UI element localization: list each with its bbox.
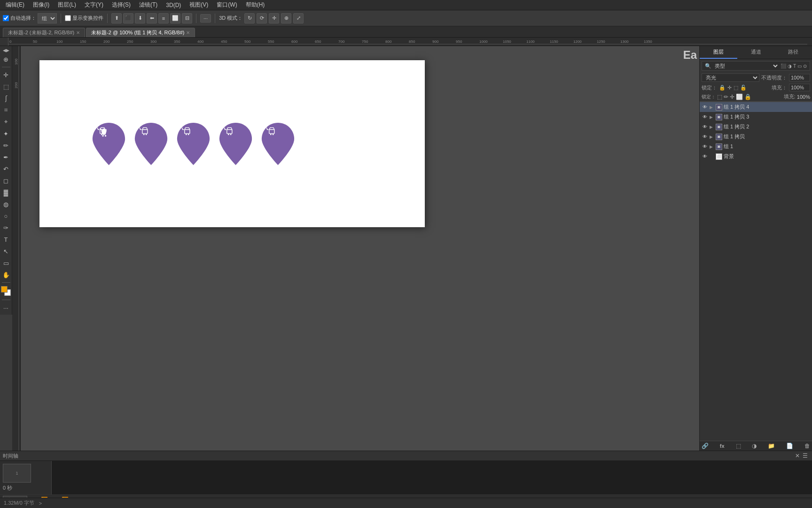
tool-heal[interactable]: ✦: [1, 128, 11, 139]
timeline-close-btn[interactable]: ✕: [794, 452, 801, 460]
layer-item-copy1[interactable]: 👁 ▶ ▣ 组 1 拷贝: [700, 132, 812, 142]
new-group-btn[interactable]: 📁: [768, 443, 775, 449]
filter-adjust-icon[interactable]: ◑: [788, 64, 792, 69]
filter-shape-icon[interactable]: ▭: [797, 64, 802, 69]
layer-item-copy4[interactable]: 👁 ▶ ▣ 组 1 拷贝 4: [700, 102, 812, 112]
show-transform-checkbox[interactable]: [65, 15, 71, 21]
status-arrow[interactable]: >: [39, 500, 42, 506]
add-mask-btn[interactable]: ⬚: [736, 443, 741, 449]
adjustment-btn[interactable]: ◑: [752, 443, 757, 449]
lock-artboard-icon[interactable]: ⬚: [734, 85, 738, 91]
lock-all-icon[interactable]: 🔓: [740, 85, 747, 91]
panel-tab-paths[interactable]: 路径: [774, 46, 812, 59]
auto-select-checkbox[interactable]: [3, 15, 9, 21]
delete-layer-btn[interactable]: 🗑: [804, 443, 810, 449]
layer-type-filter[interactable]: 类型: [713, 63, 779, 69]
tab-2-close[interactable]: ✕: [186, 30, 190, 35]
3d-roll-btn[interactable]: ⟳: [257, 13, 267, 24]
menu-select[interactable]: 选择(S): [108, 0, 134, 10]
lock-artboard-btn[interactable]: ⬜: [736, 94, 743, 100]
tool-stamp[interactable]: ✒: [1, 152, 11, 162]
lock-all-btn[interactable]: 🔒: [744, 94, 751, 100]
tab-2[interactable]: 未标题-2 @ 100% (组 1 拷贝 4, RGB/8#) ✕: [86, 28, 195, 37]
distribute-h-btn[interactable]: ⊟: [182, 13, 192, 24]
map-pin-4[interactable]: [218, 123, 253, 165]
menu-view[interactable]: 视图(V): [186, 0, 212, 10]
menu-help[interactable]: 帮助(H): [242, 0, 269, 10]
tab-1-close[interactable]: ✕: [76, 30, 80, 35]
tool-dodge[interactable]: ○: [1, 211, 11, 221]
map-pin-2[interactable]: [133, 123, 169, 165]
filter-smartobj-icon[interactable]: ⊙: [803, 64, 807, 69]
menu-filter[interactable]: 滤镜(T): [135, 0, 161, 10]
auto-select-dropdown[interactable]: 组: [38, 13, 57, 24]
layer-item-copy2[interactable]: 👁 ▶ ▣ 组 1 拷贝 2: [700, 122, 812, 132]
canvas-area[interactable]: Ea: [21, 46, 699, 451]
foreground-color[interactable]: [1, 286, 8, 293]
filter-text-icon[interactable]: T: [793, 64, 796, 69]
tool-eyedropper[interactable]: ⌖: [1, 117, 11, 127]
more-options-btn[interactable]: ···: [200, 14, 211, 23]
arrow-3[interactable]: ▶: [710, 115, 714, 119]
tool-brush[interactable]: ✏: [1, 140, 11, 151]
align-right-btn[interactable]: ⬜: [170, 13, 180, 24]
distribute-btn[interactable]: ≡: [158, 13, 169, 24]
panel-collapse-btn[interactable]: ◀▶: [3, 48, 9, 53]
3d-pan-btn[interactable]: ✛: [269, 13, 279, 24]
eye-icon-2[interactable]: 👁: [702, 124, 708, 130]
layer-item-bg[interactable]: 👁 ▶ ⬜ 背景: [700, 151, 812, 161]
blend-mode-select[interactable]: 亮光: [702, 73, 759, 82]
eye-icon-1[interactable]: 👁: [702, 134, 708, 140]
layer-item-copy3[interactable]: 👁 ▶ ▣ 组 1 拷贝 3: [700, 112, 812, 122]
color-swatches[interactable]: [1, 286, 11, 296]
3d-scale-btn[interactable]: ⤢: [293, 13, 304, 24]
tool-path-select[interactable]: ↖: [1, 246, 11, 256]
map-pin-1[interactable]: [91, 123, 126, 165]
timeline-menu-btn[interactable]: ☰: [801, 452, 809, 460]
panel-tab-channels[interactable]: 通道: [737, 46, 775, 59]
tool-shape[interactable]: ▭: [1, 258, 11, 268]
fill-value[interactable]: 100%: [797, 94, 810, 100]
tool-gradient[interactable]: ▓: [1, 187, 11, 198]
menu-edit[interactable]: 编辑(E): [2, 0, 28, 10]
lock-move-icon[interactable]: ✛: [727, 85, 732, 91]
tool-blur[interactable]: ◍: [1, 199, 11, 209]
arrow-g1[interactable]: ▶: [710, 144, 714, 149]
arrow-1[interactable]: ▶: [710, 135, 714, 139]
align-top-btn[interactable]: ⬆: [111, 13, 122, 24]
link-layers-btn[interactable]: 🔗: [702, 443, 709, 449]
eye-icon-3[interactable]: 👁: [702, 114, 708, 120]
menu-layers[interactable]: 图层(L): [54, 0, 80, 10]
tool-history-brush[interactable]: ↶: [1, 164, 11, 174]
tool-pen[interactable]: ✑: [1, 222, 11, 233]
fill-input[interactable]: [789, 84, 810, 91]
menu-3d[interactable]: 3D(D): [162, 1, 185, 9]
lock-pos-btn[interactable]: ✛: [730, 94, 734, 100]
align-bottom-btn[interactable]: ⬇: [135, 13, 145, 24]
tool-zoom[interactable]: ⊕: [1, 54, 11, 64]
eye-icon-g1[interactable]: 👁: [702, 143, 708, 150]
align-middle-btn[interactable]: ⬛: [123, 13, 133, 24]
filter-pixel-icon[interactable]: ⬛: [781, 64, 786, 69]
eye-icon-bg[interactable]: 👁: [702, 153, 708, 160]
tool-crop[interactable]: ⌗: [1, 105, 11, 115]
3d-rotate-btn[interactable]: ↻: [244, 13, 255, 24]
arrow-2[interactable]: ▶: [710, 125, 714, 129]
tool-text[interactable]: T: [1, 234, 11, 245]
map-pin-3[interactable]: [176, 123, 211, 165]
tool-marquee[interactable]: ⬚: [1, 81, 11, 92]
menu-image[interactable]: 图像(I): [29, 0, 53, 10]
new-layer-btn[interactable]: 📄: [786, 443, 793, 449]
timeline-track[interactable]: [52, 461, 812, 494]
menu-text[interactable]: 文字(Y): [81, 0, 107, 10]
tab-1[interactable]: 未标题-2 (未标题-2, RGB/8#) ✕: [3, 28, 85, 37]
tool-hand[interactable]: ✋: [1, 270, 11, 280]
lock-position-icon[interactable]: 🔒: [719, 85, 726, 91]
align-left-btn[interactable]: ⬅: [147, 13, 157, 24]
arrow-4[interactable]: ▶: [710, 105, 714, 110]
layer-item-group1[interactable]: 👁 ▶ ▣ 组 1: [700, 142, 812, 151]
3d-slide-btn[interactable]: ⊕: [281, 13, 291, 24]
map-pin-5[interactable]: [260, 123, 296, 165]
tool-lasso[interactable]: ʃ: [1, 93, 11, 103]
lock-transparent-btn[interactable]: ⬚: [717, 94, 722, 100]
